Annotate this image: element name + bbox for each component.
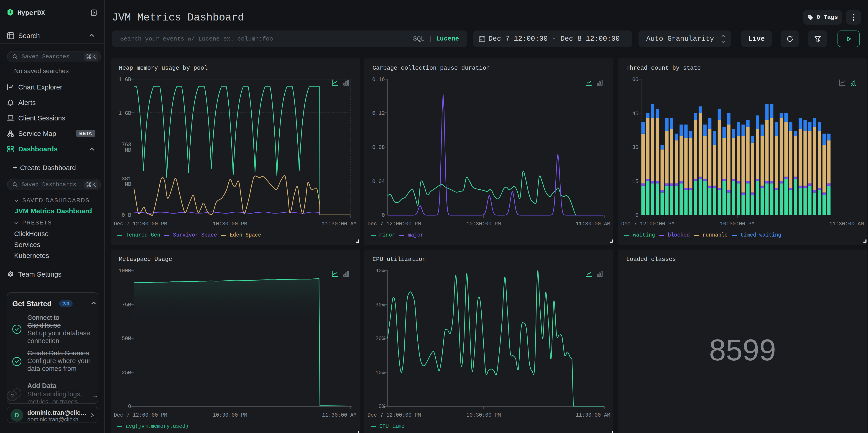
svg-text:0.04: 0.04 <box>372 179 385 185</box>
svg-text:100M: 100M <box>119 268 131 274</box>
svg-text:10%: 10% <box>375 370 385 376</box>
svg-text:Dec 7 12:00:00 PM: Dec 7 12:00:00 PM <box>368 412 421 418</box>
svg-text:75M: 75M <box>122 302 131 308</box>
svg-text:30%: 30% <box>375 302 385 308</box>
svg-text:Dec 7 12:00:00 PM: Dec 7 12:00:00 PM <box>368 221 421 227</box>
svg-text:0: 0 <box>635 212 639 218</box>
svg-text:10:30:00 PM: 10:30:00 PM <box>720 221 754 227</box>
svg-text:0: 0 <box>128 404 131 409</box>
svg-text:Dec 7 12:00:00 PM: Dec 7 12:00:00 PM <box>114 221 167 227</box>
svg-text:Dec 7 12:00:00 PM: Dec 7 12:00:00 PM <box>621 221 675 227</box>
svg-text:0: 0 <box>382 212 385 218</box>
svg-text:381: 381 <box>122 176 131 182</box>
svg-text:11:30:00 AM: 11:30:00 AM <box>829 221 864 227</box>
svg-text:25M: 25M <box>122 370 131 376</box>
svg-text:0.16: 0.16 <box>372 77 385 83</box>
svg-text:MB: MB <box>125 147 131 153</box>
svg-text:11:30:00 AM: 11:30:00 AM <box>322 221 356 227</box>
svg-text:10:30:00 PM: 10:30:00 PM <box>466 412 501 418</box>
svg-text:11:30:00 AM: 11:30:00 AM <box>322 412 356 418</box>
svg-text:10:30:00 PM: 10:30:00 PM <box>213 412 247 418</box>
svg-text:1 GB: 1 GB <box>119 77 131 83</box>
svg-text:60: 60 <box>632 77 639 83</box>
svg-text:15: 15 <box>632 179 639 185</box>
svg-text:0.08: 0.08 <box>372 145 385 151</box>
svg-text:763: 763 <box>122 142 131 148</box>
svg-text:50M: 50M <box>122 336 131 342</box>
svg-text:20%: 20% <box>375 336 385 342</box>
svg-text:45: 45 <box>632 111 639 117</box>
svg-text:0%: 0% <box>378 404 385 409</box>
svg-text:Dec 7 12:00:00 PM: Dec 7 12:00:00 PM <box>114 412 167 418</box>
svg-text:40%: 40% <box>375 268 385 274</box>
svg-text:10:30:00 PM: 10:30:00 PM <box>213 221 247 227</box>
svg-text:10:30:00 PM: 10:30:00 PM <box>466 221 501 227</box>
svg-text:MB: MB <box>125 181 131 187</box>
svg-text:11:30:00 AM: 11:30:00 AM <box>576 221 610 227</box>
svg-text:0.12: 0.12 <box>372 111 385 116</box>
svg-text:30: 30 <box>632 145 639 151</box>
svg-text:1 GB: 1 GB <box>119 111 131 116</box>
svg-text:11:30:00 AM: 11:30:00 AM <box>576 412 610 418</box>
svg-text:0 B: 0 B <box>122 212 131 218</box>
